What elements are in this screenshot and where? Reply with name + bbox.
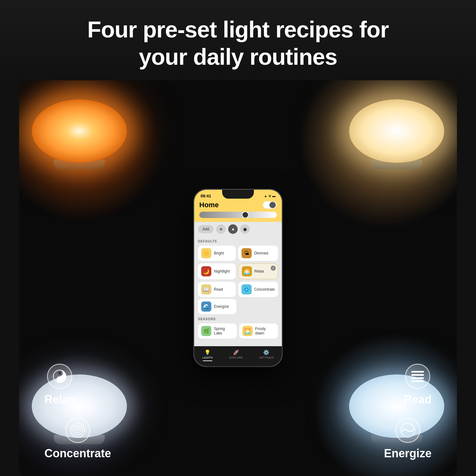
brightness-slider[interactable] xyxy=(199,212,277,218)
battery-icon: ▬ xyxy=(272,194,275,198)
scenes-grid-defaults: ☀️ Bright 🌤 Dimmed 🌙 Nightli xyxy=(198,246,278,297)
scene-energize-icon: 🌊 xyxy=(201,301,211,312)
corner-label-read: Read xyxy=(404,364,432,406)
signal-icon: ▲ xyxy=(264,194,267,198)
energize-icon xyxy=(395,418,420,443)
lights-nav-icon: 💡 xyxy=(204,349,211,355)
nav-active-indicator xyxy=(203,360,212,361)
read-line-2 xyxy=(411,374,424,376)
title-line-1: Four pre-set light recipes for xyxy=(87,17,389,42)
scenes-content: DEFAULTS ☀️ Bright 🌤 Dimmed xyxy=(194,236,282,346)
read-line-1 xyxy=(411,371,424,373)
scene-read-icon: 📖 xyxy=(201,284,211,294)
scene-spring-lake[interactable]: 🌿 Spring Lake xyxy=(198,323,237,339)
corner-label-concentrate: Concentrate xyxy=(44,418,111,460)
scene-relax-name: Relax xyxy=(255,269,264,274)
read-icon xyxy=(405,364,430,389)
defaults-label: DEFAULTS xyxy=(198,240,278,243)
lamp-shape-relax xyxy=(32,99,127,163)
wifi-icon: ⊙ xyxy=(268,194,271,198)
main-title: Four pre-set light recipes for your dail… xyxy=(0,16,476,71)
grid-view-icon[interactable]: ● xyxy=(228,224,238,234)
relax-label: Relax xyxy=(44,393,75,406)
corner-label-energize: Energize xyxy=(384,418,432,460)
toggle-thumb xyxy=(269,202,276,208)
header-section: Four pre-set light recipes for your dail… xyxy=(0,0,476,80)
lights-nav-label: LIGHTS xyxy=(202,356,213,359)
nav-settings[interactable]: ⚙️ SETTINGS xyxy=(259,349,274,361)
scene-frosty-dawn-name: Frosty dawn xyxy=(255,327,275,335)
read-lines-icon xyxy=(407,367,428,386)
settings-nav-icon: ⚙️ xyxy=(263,349,269,355)
phone-screen: 09:41 ▲ ⊙ ▬ Home xyxy=(194,190,282,366)
concentrate-icon xyxy=(65,418,90,443)
scene-nightlight[interactable]: 🌙 Nightlight xyxy=(198,263,236,279)
scene-nightlight-icon: 🌙 xyxy=(201,266,211,276)
scene-concentrate-icon: 💠 xyxy=(241,284,252,294)
scene-concentrate-name: Concentrate xyxy=(254,287,275,292)
scenes-grid-seasons: 🌿 Spring Lake 🌅 Frosty dawn xyxy=(198,323,278,339)
scene-bright-icon: ☀️ xyxy=(201,248,211,258)
app-title: Home xyxy=(199,201,219,209)
scene-spring-lake-name: Spring Lake xyxy=(214,327,234,335)
main-scene: Relax Read xyxy=(19,80,457,476)
read-line-3 xyxy=(411,377,424,379)
scene-dimmed[interactable]: 🌤 Dimmed xyxy=(238,246,278,261)
energize-row: 🌊 Energize xyxy=(198,299,278,314)
scene-relax[interactable]: 🌅 Relax ✓ xyxy=(238,263,278,279)
color-icon[interactable]: ◉ xyxy=(240,224,250,234)
scene-nightlight-name: Nightlight xyxy=(214,269,230,274)
explore-nav-icon: 🚀 xyxy=(233,349,239,355)
list-view-icon[interactable]: ≡ xyxy=(216,224,226,234)
scene-frosty-dawn[interactable]: 🌅 Frosty dawn xyxy=(239,323,278,339)
explore-nav-label: EXPLORE xyxy=(229,356,243,359)
scene-read-name: Read xyxy=(214,287,223,292)
app-header: Home xyxy=(194,200,282,222)
scene-active-check: ✓ xyxy=(271,266,276,271)
nav-explore[interactable]: 🚀 EXPLORE xyxy=(229,349,243,361)
scene-concentrate[interactable]: 💠 Concentrate xyxy=(238,282,278,297)
bottom-nav: 💡 LIGHTS 🚀 EXPLORE ⚙️ SETTINGS xyxy=(194,346,282,366)
app-header-row: Home xyxy=(199,201,277,209)
read-line-4 xyxy=(411,380,424,382)
scene-bright-name: Bright xyxy=(214,251,224,255)
corner-label-relax: Relax xyxy=(44,364,75,406)
scene-bright[interactable]: ☀️ Bright xyxy=(198,246,236,261)
seasons-label: SEASONS xyxy=(198,317,278,321)
scene-dimmed-name: Dimmed xyxy=(254,251,268,255)
status-icons: ▲ ⊙ ▬ xyxy=(264,194,275,198)
phone-notch xyxy=(222,190,254,199)
page-wrapper: Four pre-set light recipes for your dail… xyxy=(0,0,476,476)
add-button[interactable]: Add xyxy=(198,225,214,233)
scene-spring-lake-icon: 🌿 xyxy=(201,326,211,336)
nav-lights[interactable]: 💡 LIGHTS xyxy=(202,349,213,361)
energize-label: Energize xyxy=(384,447,432,460)
lamp-read xyxy=(349,99,444,169)
read-label: Read xyxy=(404,393,432,406)
slider-thumb xyxy=(242,212,249,218)
power-toggle[interactable] xyxy=(263,201,277,209)
svg-point-2 xyxy=(58,378,61,381)
concentrate-label: Concentrate xyxy=(44,447,111,460)
svg-point-6 xyxy=(77,430,78,431)
scene-energize[interactable]: 🌊 Energize xyxy=(198,299,236,314)
phone-mockup: 09:41 ▲ ⊙ ▬ Home xyxy=(194,189,282,367)
scene-energize-name: Energize xyxy=(214,304,229,309)
scene-relax-icon: 🌅 xyxy=(242,266,252,276)
svg-point-1 xyxy=(58,372,61,374)
relax-icon xyxy=(47,364,72,389)
phone-container: 09:41 ▲ ⊙ ▬ Home xyxy=(194,189,282,367)
app-toolbar: Add ≡ ● ◉ xyxy=(194,222,282,236)
lamp-relax xyxy=(32,99,127,169)
title-line-2: your daily routines xyxy=(139,44,337,69)
scene-read[interactable]: 📖 Read xyxy=(198,282,236,297)
status-time: 09:41 xyxy=(201,194,211,198)
scene-dimmed-icon: 🌤 xyxy=(241,248,252,258)
scene-frosty-dawn-icon: 🌅 xyxy=(242,326,253,336)
lamp-shape-read xyxy=(349,99,444,163)
settings-nav-label: SETTINGS xyxy=(259,356,274,359)
